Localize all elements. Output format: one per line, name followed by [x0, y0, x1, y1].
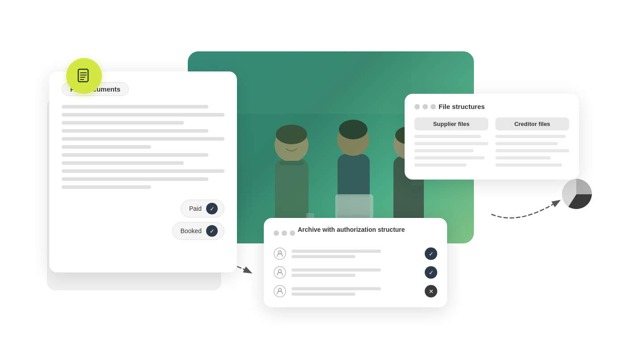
s-line-4: [414, 156, 485, 159]
booked-check-icon: ✓: [206, 225, 218, 237]
text-line-10: [62, 177, 208, 181]
text-line-4: [62, 129, 208, 133]
document-icon-circle: [66, 58, 102, 94]
c-line-1: [495, 135, 566, 138]
person-svg-2: [276, 269, 283, 276]
archive-line-1b: [291, 255, 355, 258]
text-line-2: [62, 113, 224, 117]
creditor-header: Creditor files: [495, 117, 569, 130]
booked-label: Booked: [181, 227, 202, 234]
toolbar-dot-2: [422, 104, 428, 109]
c-line-4: [495, 156, 551, 159]
archive-lines-3: [291, 287, 419, 296]
card-toolbar: File structures: [414, 103, 569, 110]
text-line-1: [62, 105, 208, 109]
archive-lines-2: [291, 268, 419, 277]
text-line-7: [62, 153, 208, 157]
pie-chart-svg: [558, 176, 594, 212]
s-line-5: [414, 163, 466, 167]
text-line-11: [62, 185, 151, 189]
creditor-column: Creditor files: [495, 117, 569, 171]
status-check-2: ✓: [425, 266, 437, 279]
paid-label: Paid: [189, 205, 202, 212]
archive-dot-2: [282, 230, 287, 236]
archive-line-2b: [291, 274, 355, 277]
toolbar-dot-3: [431, 104, 436, 109]
archive-card: Archive with authorization structure ✓: [264, 218, 447, 307]
status-badges: Paid ✓ Booked ✓: [62, 200, 224, 240]
s-line-2: [414, 142, 488, 145]
archive-dot-3: [290, 230, 295, 236]
file-structures-card: File structures Supplier files Creditor …: [405, 94, 579, 180]
archive-row-2: ✓: [274, 266, 437, 279]
text-line-6: [62, 145, 151, 149]
c-line-3: [495, 149, 569, 152]
text-line-8: [62, 161, 184, 165]
c-line-2: [495, 142, 558, 145]
text-line-9: [62, 169, 224, 173]
status-check-1: ✓: [425, 247, 437, 260]
archive-title: Archive with authorization structure: [298, 226, 405, 233]
archive-line-3a: [291, 287, 381, 290]
pie-chart: [558, 176, 594, 212]
paid-check-icon: ✓: [206, 203, 218, 214]
archive-line-3b: [291, 293, 355, 296]
archive-toolbar: Archive with authorization structure: [274, 226, 437, 240]
c-line-5: [495, 163, 562, 167]
file-columns: Supplier files Creditor files: [414, 117, 569, 171]
archive-lines-1: [291, 250, 419, 258]
s-line-1: [414, 135, 481, 138]
person-icon-3: [274, 285, 286, 297]
paid-badge: Paid ✓: [181, 200, 224, 218]
person-svg-1: [276, 250, 283, 257]
archive-line-2a: [291, 268, 381, 272]
status-x-3: ✕: [425, 285, 437, 297]
archive-line-1a: [291, 250, 381, 253]
document-icon: [76, 68, 92, 84]
supplier-header: Supplier files: [414, 117, 488, 130]
person-icon-1: [274, 247, 286, 260]
archive-row-3: ✕: [274, 285, 437, 297]
person-icon-2: [274, 266, 286, 279]
archive-dot-1: [274, 230, 279, 236]
text-line-3: [62, 121, 184, 125]
file-structures-title: File structures: [439, 103, 569, 110]
main-scene: P2P documents Paid ✓ Booked ✓: [0, 0, 621, 364]
toolbar-dot-1: [414, 104, 420, 109]
p2p-card: P2P documents Paid ✓ Booked ✓: [49, 71, 237, 272]
s-line-3: [414, 149, 473, 152]
text-line-5: [62, 137, 224, 141]
person-svg-3: [276, 288, 283, 295]
archive-row-1: ✓: [274, 247, 437, 260]
booked-badge: Booked ✓: [172, 222, 224, 240]
supplier-column: Supplier files: [414, 117, 488, 171]
